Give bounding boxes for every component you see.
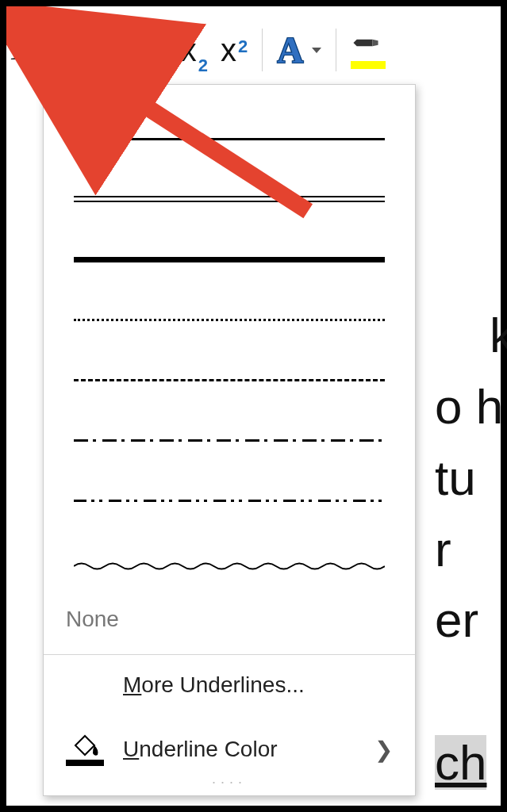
subscript-button[interactable]: x 2 — [178, 33, 211, 68]
chevron-down-icon — [312, 48, 321, 53]
chevron-right-icon: ❯ — [374, 737, 393, 763]
underline-color-label: Underline Color — [123, 737, 278, 762]
font-color-icon: A — [277, 29, 303, 71]
underline-color-item[interactable]: Underline Color ❯ — [44, 715, 415, 774]
font-color-button[interactable]: A — [274, 29, 324, 71]
subscript-x: x — [181, 33, 197, 68]
more-underlines-item[interactable]: More Underlines... — [44, 655, 415, 715]
underline-dotted[interactable] — [44, 289, 415, 350]
formatting-toolbar: I U ab x 2 x 2 A — [6, 22, 501, 78]
doc-frag-4: r — [435, 522, 451, 576]
underline-none[interactable]: None — [44, 591, 415, 654]
superscript-button[interactable]: x 2 — [217, 33, 251, 68]
document-text: k o h tu r er ch t — [435, 228, 507, 812]
underline-wave[interactable] — [44, 530, 415, 591]
italic-button[interactable]: I — [11, 29, 28, 71]
superscript-x: x — [221, 33, 236, 68]
doc-frag-6: ch — [435, 735, 486, 790]
underline-dash-dot-dot[interactable] — [44, 470, 415, 530]
more-underlines-label: More Underlines... — [123, 672, 305, 698]
doc-frag-1: k — [490, 308, 507, 362]
underline-double[interactable] — [44, 169, 415, 229]
underline-split-button[interactable]: U — [34, 26, 115, 74]
chevron-down-icon — [94, 48, 103, 53]
doc-frag-5: er — [435, 592, 478, 647]
screenshot-frame: k o h tu r er ch t I U ab x 2 x 2 A — [0, 0, 507, 812]
superscript-2: 2 — [238, 36, 248, 57]
strikethrough-button[interactable]: ab — [121, 31, 171, 69]
paint-bucket-icon — [66, 733, 104, 766]
underline-dashed[interactable] — [44, 350, 415, 410]
underline-thick[interactable] — [44, 229, 415, 289]
doc-frag-7: t — [435, 806, 462, 812]
subscript-2: 2 — [198, 56, 208, 76]
underline-dash-dot[interactable] — [44, 410, 415, 470]
toolbar-separator — [262, 29, 263, 71]
underline-single[interactable] — [44, 109, 415, 169]
doc-frag-3: tu — [435, 450, 476, 505]
strikethrough-icon: ab — [128, 31, 165, 68]
underline-style-dropdown: None More Underlines... Underline Color — [43, 84, 416, 796]
underline-dropdown-caret[interactable] — [83, 48, 114, 53]
highlight-button[interactable] — [348, 31, 389, 69]
toolbar-separator — [336, 29, 336, 71]
dropdown-grip[interactable]: ···· — [44, 774, 415, 795]
highlighter-icon — [351, 31, 386, 69]
underline-button[interactable]: U — [35, 29, 83, 71]
doc-frag-2: o h — [435, 379, 503, 434]
